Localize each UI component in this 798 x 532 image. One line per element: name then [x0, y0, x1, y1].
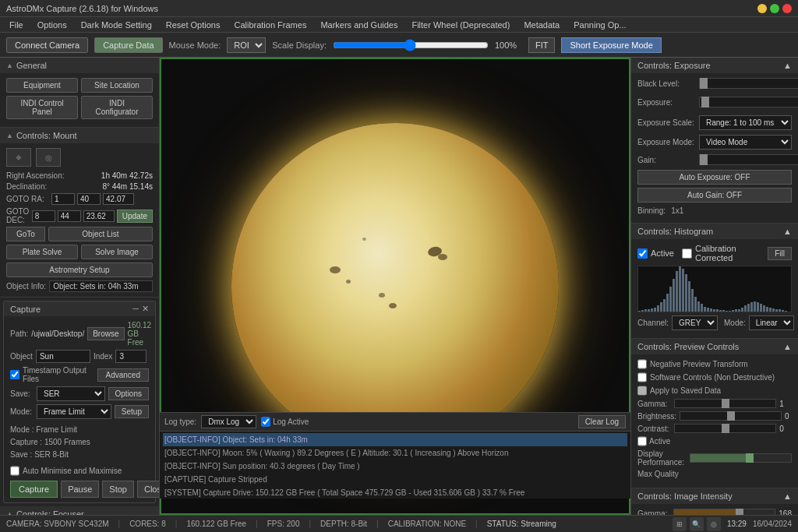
mount-icon: ⌖	[6, 148, 31, 167]
software-ctrl-cb[interactable]	[637, 372, 647, 382]
update-btn[interactable]: Update	[117, 210, 153, 223]
goto-dec-d-input[interactable]	[32, 210, 55, 222]
gain-slider[interactable]	[699, 154, 798, 165]
preview-label: Controls: Preview Controls	[637, 342, 739, 351]
active2-cb[interactable]	[637, 436, 647, 446]
log-line: [SYSTEM] Capture Drive: 150.122 GB Free …	[163, 486, 627, 499]
browse-btn[interactable]: Browse	[87, 327, 124, 340]
connect-camera-btn[interactable]: Connect Camera	[6, 37, 88, 53]
save-format-select[interactable]: SER	[37, 386, 105, 401]
exposure-section-header[interactable]: Controls: Exposure ▲	[631, 58, 798, 73]
menu-markers[interactable]: Markers and Guides	[314, 19, 404, 31]
menu-calibration[interactable]: Calibration Frames	[228, 19, 312, 31]
stop-btn[interactable]: Stop	[102, 481, 134, 498]
display-perf-slider[interactable]	[690, 453, 792, 463]
contrast-slider[interactable]	[674, 424, 776, 433]
minimize-btn[interactable]	[757, 4, 767, 13]
astrometry-btn[interactable]: Astrometry Setup	[6, 262, 153, 277]
depth-status: DEPTH: 8-Bit	[320, 520, 367, 528]
exp-scale-select[interactable]: Range: 1 to 100 ms	[699, 115, 792, 130]
exp-mode-select[interactable]: Video Mode	[699, 135, 792, 150]
ra-row: Right Ascension: 1h 40m 42.72s	[6, 171, 153, 180]
maximize-btn[interactable]	[770, 4, 779, 13]
short-exposure-btn[interactable]: Short Exposure Mode	[561, 37, 661, 53]
taskbar-icon-1[interactable]: ⊞	[673, 517, 687, 531]
log-type-select[interactable]: Dmx Log	[201, 415, 256, 428]
mode-select[interactable]: Frame Limit	[37, 404, 111, 419]
goto-ra-m-input[interactable]	[77, 193, 101, 205]
goto-dec-m-input[interactable]	[58, 210, 81, 222]
menu-reset[interactable]: Reset Options	[160, 19, 227, 31]
gamma-value: 1	[779, 400, 792, 408]
taskbar-icon-2[interactable]: 🔍	[690, 517, 704, 531]
site-location-btn[interactable]: Site Location	[81, 78, 153, 93]
options-btn[interactable]: Options	[108, 387, 149, 400]
menu-darkmode[interactable]: Dark Mode Setting	[75, 19, 158, 31]
hist-active-cb[interactable]	[637, 248, 648, 259]
exposure-slider[interactable]	[699, 97, 798, 107]
object-info-value: Object: Sets in: 04h 33m	[49, 280, 153, 292]
goto-btn[interactable]: GoTo	[6, 227, 45, 241]
mode-ch-select[interactable]: Linear	[749, 315, 794, 330]
auto-exposure-btn[interactable]: Auto Exposure: OFF	[637, 170, 792, 185]
gamma2-slider[interactable]	[673, 509, 775, 515]
gamma-slider[interactable]	[674, 399, 776, 408]
menu-options[interactable]: Options	[31, 19, 73, 31]
setup-btn[interactable]: Setup	[115, 405, 149, 418]
fill-btn[interactable]: Fill	[768, 247, 792, 260]
clear-log-btn[interactable]: Clear Log	[578, 415, 626, 428]
black-level-row: Black Level: 0	[637, 78, 792, 89]
neg-preview-cb[interactable]	[637, 359, 647, 369]
channel-select[interactable]: GREY	[672, 315, 718, 330]
mount-section-header[interactable]: ▲ Controls: Mount	[0, 128, 159, 143]
log-active-label: Log Active	[273, 417, 309, 426]
exp-scale-row: Exposure Scale: Range: 1 to 100 ms	[637, 115, 792, 130]
log-panel: Log type: Dmx Log Log Active Clear Log […	[160, 412, 630, 498]
apply-saved-cb[interactable]	[637, 386, 647, 396]
scale-slider[interactable]	[333, 39, 489, 51]
auto-gain-btn[interactable]: Auto Gain: OFF	[637, 188, 792, 203]
black-level-slider[interactable]	[699, 78, 798, 89]
solve-image-btn[interactable]: Solve Image	[81, 245, 153, 259]
preview-section-header[interactable]: Controls: Preview Controls ▲	[631, 339, 798, 354]
equipment-btn[interactable]: Equipment	[6, 78, 78, 93]
indi-config-btn[interactable]: INDI Configurator	[81, 96, 153, 119]
focuser-header[interactable]: ▲ Controls: Focuser	[0, 506, 159, 515]
mouse-mode-select[interactable]: ROI	[227, 37, 266, 53]
goto-dec-s-input[interactable]	[83, 210, 115, 222]
status-time: 13:29	[727, 520, 747, 528]
capture-minimize[interactable]: ─	[132, 304, 139, 314]
general-section-header[interactable]: ▲ General	[0, 58, 159, 73]
log-line: [CAPTURE] Capture Stripped	[163, 473, 627, 486]
taskbar-icon-3[interactable]: ◎	[707, 517, 721, 531]
plate-solve-btn[interactable]: Plate Solve	[6, 245, 78, 259]
capture-close-x[interactable]: ✕	[142, 304, 149, 314]
hist-calib-cb[interactable]	[682, 248, 692, 259]
brightness-row: Brightness: 0	[637, 411, 792, 421]
fit-btn[interactable]: FIT	[528, 37, 556, 53]
brightness-slider[interactable]	[680, 411, 782, 421]
auto-cb[interactable]	[10, 466, 19, 476]
log-active-cb[interactable]	[261, 417, 270, 427]
index-input[interactable]	[115, 350, 147, 363]
histogram-section-header[interactable]: Controls: Histogram ▲	[631, 224, 798, 239]
capture-btn[interactable]: Capture	[10, 481, 58, 498]
pause-btn[interactable]: Pause	[61, 481, 99, 498]
goto-ra-s-input[interactable]	[103, 193, 134, 205]
menu-metadata[interactable]: Metadata	[517, 19, 566, 31]
capture-data-btn[interactable]: Capture Data	[94, 37, 162, 53]
timestamp-cb[interactable]	[10, 370, 19, 379]
intensity-header[interactable]: Controls: Image Intensity ▲	[631, 488, 798, 504]
close-btn[interactable]	[782, 4, 792, 13]
close-cap-btn[interactable]: Close	[137, 481, 160, 498]
indi-control-btn[interactable]: INDI Control Panel	[6, 96, 78, 119]
object-list-btn[interactable]: Object List	[48, 227, 153, 241]
intensity-arrow: ▲	[783, 491, 792, 501]
advanced-btn[interactable]: Advanced	[97, 368, 149, 382]
menu-panning[interactable]: Panning Op...	[567, 19, 632, 31]
histogram-label: Controls: Histogram	[637, 227, 713, 236]
menu-filter[interactable]: Filter Wheel (Deprecated)	[405, 19, 516, 31]
object-input[interactable]	[36, 350, 90, 363]
menu-file[interactable]: File	[3, 19, 30, 31]
goto-ra-h-input[interactable]	[51, 193, 75, 205]
